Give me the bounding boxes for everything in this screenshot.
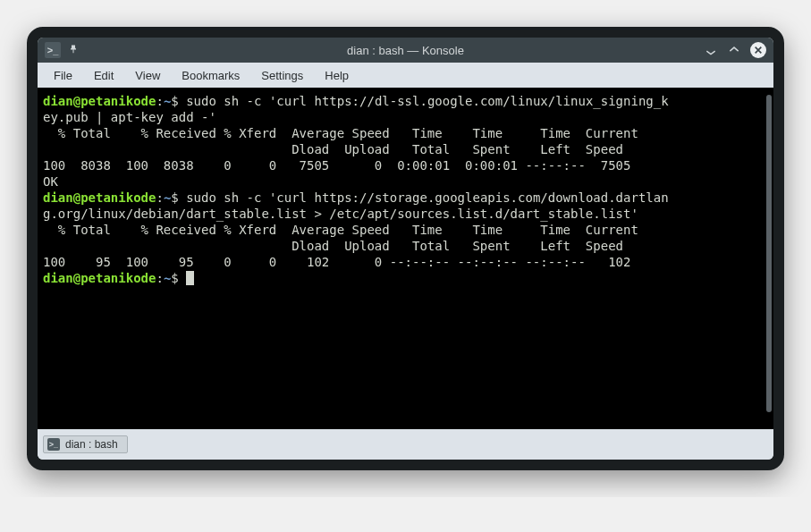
menubar: File Edit View Bookmarks Settings Help xyxy=(38,63,773,88)
maximize-button[interactable] xyxy=(727,43,741,57)
prompt-dollar: $ xyxy=(171,94,186,108)
curl-row-2: 100 95 100 95 0 0 102 0 --:--:-- --:--:-… xyxy=(43,255,630,269)
curl-header-4: Dload Upload Total Spent Left Speed xyxy=(43,239,623,253)
minimize-button[interactable] xyxy=(704,43,718,57)
app-icon: >_ xyxy=(45,42,61,58)
prompt-colon: : xyxy=(156,190,163,205)
prompt-dollar: $ xyxy=(171,271,186,285)
tabbar: >_ dian : bash xyxy=(38,429,773,460)
terminal[interactable]: dian@petanikode:~$ sudo sh -c 'curl http… xyxy=(41,91,768,426)
curl-header-3: % Total % Received % Xferd Average Speed… xyxy=(43,223,638,237)
menu-view[interactable]: View xyxy=(126,66,169,85)
ok-line: OK xyxy=(43,174,58,189)
prompt-userhost: dian@petanikode xyxy=(43,190,156,205)
prompt-colon: : xyxy=(156,271,163,285)
prompt-dollar: $ xyxy=(171,190,186,205)
prompt-userhost: dian@petanikode xyxy=(43,94,156,108)
curl-row-1: 100 8038 100 8038 0 0 7505 0 0:00:01 0:0… xyxy=(43,158,630,173)
cmd2-line2: g.org/linux/debian/dart_stable.list > /e… xyxy=(43,207,638,221)
scrollbar[interactable] xyxy=(766,95,772,412)
cmd1-line1: sudo sh -c 'curl https://dl-ssl.google.c… xyxy=(186,94,668,108)
pin-icon[interactable] xyxy=(68,44,79,57)
terminal-container: dian@petanikode:~$ sudo sh -c 'curl http… xyxy=(38,88,773,429)
curl-header-2: Dload Upload Total Spent Left Speed xyxy=(43,142,623,156)
menu-bookmarks[interactable]: Bookmarks xyxy=(173,66,249,85)
tab-label: dian : bash xyxy=(65,438,118,451)
prompt-userhost: dian@petanikode xyxy=(43,271,156,285)
titlebar-left: >_ xyxy=(45,42,116,58)
titlebar-right xyxy=(695,42,766,58)
tab-dian-bash[interactable]: >_ dian : bash xyxy=(43,435,128,453)
menu-settings[interactable]: Settings xyxy=(252,66,312,85)
cmd1-line2: ey.pub | apt-key add -' xyxy=(43,110,216,124)
prompt-colon: : xyxy=(156,94,163,108)
menu-file[interactable]: File xyxy=(45,66,81,85)
cursor xyxy=(186,271,194,285)
menu-help[interactable]: Help xyxy=(316,66,358,85)
titlebar[interactable]: >_ dian : bash — Konsole xyxy=(38,38,773,63)
cmd2-line1: sudo sh -c 'curl https://storage.googlea… xyxy=(186,190,668,205)
curl-header-1: % Total % Received % Xferd Average Speed… xyxy=(43,126,638,140)
terminal-icon: >_ xyxy=(47,438,60,451)
close-button[interactable] xyxy=(750,42,766,58)
menu-edit[interactable]: Edit xyxy=(85,66,122,85)
window-title: dian : bash — Konsole xyxy=(116,44,695,57)
konsole-window: >_ dian : bash — Konsole File Edit View … xyxy=(27,27,784,470)
